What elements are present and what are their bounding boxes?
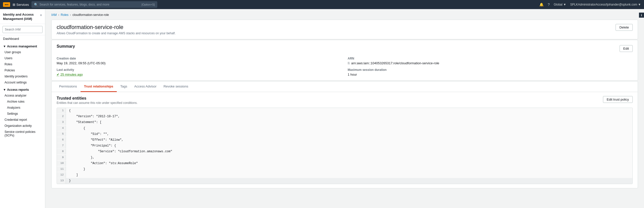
code-line-11: 11 } — [57, 166, 632, 172]
summary-card: Summary Edit Creation date May 19, 2022,… — [51, 40, 638, 81]
sidebar-title: Identity and Access Management (IAM) — [3, 13, 40, 21]
code-line-7: 7 "Principal": { — [57, 143, 632, 149]
line-num-3: 3 — [57, 120, 66, 125]
sidebar-section-access-management[interactable]: ▼ Access management — [0, 42, 45, 49]
delete-button[interactable]: Delete — [616, 24, 633, 31]
summary-grid: Creation date May 19, 2022, 09:55 (UTC-0… — [57, 57, 633, 76]
creation-date-label: Creation date — [57, 57, 342, 60]
sidebar-section-access-reports[interactable]: ▼ Access reports — [0, 85, 45, 93]
trusted-entities-section: Trusted entities Entities that can assum… — [52, 92, 638, 188]
sidebar-item-archive-rules[interactable]: Archive rules — [0, 99, 45, 105]
max-session-item: Maximum session duration 1 hour — [348, 68, 633, 76]
arn-label: ARN — [348, 57, 633, 60]
main-content: IAM › Roles › cloudformation-service-rol… — [45, 9, 644, 208]
line-num-10: 10 — [57, 161, 66, 166]
sidebar-item-user-groups[interactable]: User groups — [0, 49, 45, 55]
last-activity-item: Last activity ✔ 25 minutes ago — [57, 68, 342, 76]
code-line-6: 6 "Effect": "Allow", — [57, 137, 632, 143]
line-content-2: "Version": "2012-10-17", — [66, 114, 123, 120]
tab-revoke-sessions[interactable]: Revoke sessions — [160, 81, 192, 92]
services-menu[interactable]: ⊞ Services — [13, 3, 29, 7]
line-content-6: "Effect": "Allow", — [66, 137, 126, 143]
line-content-9: }, — [66, 155, 97, 161]
last-activity-label: Last activity — [57, 68, 342, 72]
sidebar-search-input[interactable] — [3, 26, 43, 33]
access-reports-label: Access reports — [7, 88, 29, 92]
check-circle-icon: ✔ — [57, 73, 59, 76]
arn-copy-icon[interactable]: ⎘ — [348, 61, 350, 65]
line-content-5: "Sid": "", — [66, 131, 112, 137]
top-navigation: aws ⊞ Services 🔍 [Option+S] 🔔 ? Global ▼… — [0, 0, 644, 9]
arn-item: ARN ⎘ arn:aws:iam::104053265317:role/clo… — [348, 57, 633, 65]
sidebar-item-dashboard[interactable]: Dashboard — [0, 35, 45, 42]
chevron-icon: ▼ — [3, 45, 6, 48]
code-line-9: 9 }, — [57, 155, 632, 161]
summary-title: Summary — [57, 44, 75, 49]
last-activity-value[interactable]: ✔ 25 minutes ago — [57, 73, 342, 76]
region-selector[interactable]: Global ▼ — [554, 3, 566, 6]
breadcrumb-sep-1: › — [58, 13, 59, 17]
line-num-8: 8 — [57, 149, 66, 154]
account-label: SPLKAdministratorAccess/tjohander@splunk… — [570, 3, 637, 6]
tab-tags[interactable]: Tags — [117, 81, 131, 92]
sidebar-item-users[interactable]: Users — [0, 55, 45, 61]
line-num-1: 1 — [57, 108, 66, 113]
sidebar-item-settings[interactable]: Settings — [0, 111, 45, 117]
last-activity-text: 25 minutes ago — [60, 73, 83, 76]
app-layout: Identity and Access Management (IAM) × D… — [0, 9, 644, 208]
search-shortcut: [Option+S] — [142, 3, 155, 6]
code-line-4: 4 { — [57, 126, 632, 131]
sidebar-item-credential-report[interactable]: Credential report — [0, 117, 45, 123]
code-line-5: 5 "Sid": "", — [57, 131, 632, 137]
global-search[interactable]: 🔍 [Option+S] — [31, 1, 157, 8]
line-num-7: 7 — [57, 143, 66, 148]
chevron-icon-reports: ▼ — [3, 88, 6, 92]
sidebar-item-account-settings[interactable]: Account settings — [0, 79, 45, 85]
line-num-13: 13 — [57, 178, 66, 184]
arn-value: arn:aws:iam::104053265317:role/cloudform… — [351, 61, 439, 65]
contextual-help-icon[interactable]: ℹ — [639, 13, 644, 18]
tabs-bar: Permissions Trust relationships Tags Acc… — [52, 81, 638, 92]
code-line-1: 1 { — [57, 108, 632, 114]
sidebar-item-scp[interactable]: Service control policies (SCPs) — [0, 129, 45, 138]
tab-trust-relationships[interactable]: Trust relationships — [81, 81, 117, 92]
code-line-2: 2 "Version": "2012-10-17", — [57, 114, 632, 120]
breadcrumb-current: cloudformation-service-role — [72, 13, 109, 17]
tab-access-advisor[interactable]: Access Advisor — [131, 81, 160, 92]
search-input[interactable] — [40, 3, 140, 6]
line-content-1: { — [66, 108, 74, 114]
line-content-10: "Action": "sts:AssumeRole" — [66, 161, 141, 166]
sidebar-item-roles[interactable]: Roles — [0, 61, 45, 67]
account-menu[interactable]: SPLKAdministratorAccess/tjohander@splunk… — [570, 3, 641, 6]
line-num-2: 2 — [57, 114, 66, 119]
help-icon[interactable]: ? — [548, 3, 550, 7]
bell-icon[interactable]: 🔔 — [539, 3, 544, 7]
sidebar-item-organization-activity[interactable]: Organization activity — [0, 123, 45, 129]
search-icon: 🔍 — [34, 3, 38, 7]
page-header: cloudformation-service-role Allows Cloud… — [51, 20, 638, 39]
breadcrumb-roles[interactable]: Roles — [61, 13, 68, 17]
edit-button[interactable]: Edit — [620, 45, 633, 52]
edit-trust-policy-button[interactable]: Edit trust policy — [603, 96, 633, 103]
max-session-value: 1 hour — [348, 73, 633, 76]
grid-icon: ⊞ — [13, 3, 15, 7]
sidebar: Identity and Access Management (IAM) × D… — [0, 9, 45, 208]
sidebar-item-analyzers[interactable]: Analyzers — [0, 105, 45, 111]
max-session-label: Maximum session duration — [348, 68, 633, 72]
breadcrumb: IAM › Roles › cloudformation-service-rol… — [51, 13, 638, 17]
trusted-entities-description: Entities that can assume this role under… — [57, 101, 138, 105]
trusted-entities-header: Trusted entities Entities that can assum… — [57, 96, 633, 105]
breadcrumb-iam[interactable]: IAM — [51, 13, 57, 17]
code-line-10: 10 "Action": "sts:AssumeRole" — [57, 161, 632, 166]
page-title-row: cloudformation-service-role Allows Cloud… — [57, 24, 633, 35]
services-label: Services — [16, 3, 29, 7]
line-content-4: { — [66, 126, 88, 131]
sidebar-item-access-analyzer[interactable]: Access analyzer — [0, 93, 45, 99]
tab-permissions[interactable]: Permissions — [56, 81, 81, 92]
sidebar-item-identity-providers[interactable]: Identity providers — [0, 73, 45, 79]
line-content-3: "Statement": [ — [66, 120, 105, 125]
sidebar-item-policies[interactable]: Policies — [0, 67, 45, 73]
code-line-3: 3 "Statement": [ — [57, 120, 632, 125]
aws-logo[interactable]: aws — [3, 2, 10, 7]
sidebar-close-button[interactable]: × — [40, 13, 42, 17]
